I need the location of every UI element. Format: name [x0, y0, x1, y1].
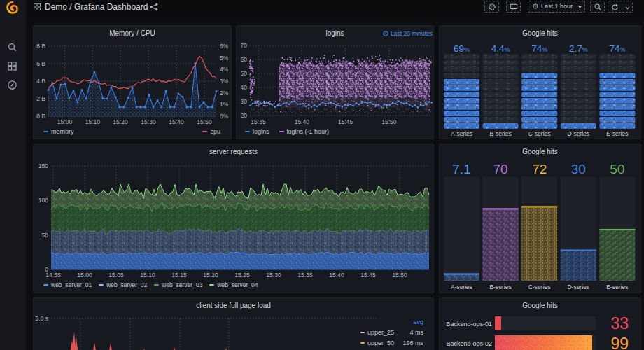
svg-text:74%: 74% [531, 43, 547, 54]
svg-text:30: 30 [571, 162, 586, 176]
svg-text:D-series: D-series [567, 130, 589, 137]
svg-text:1%: 1% [220, 101, 229, 108]
svg-text:15:35: 15:35 [298, 272, 313, 279]
svg-text:15:00: 15:00 [77, 272, 92, 279]
svg-text:50: 50 [241, 70, 248, 77]
svg-text:0 B: 0 B [36, 113, 46, 120]
svg-text:4%: 4% [220, 66, 229, 73]
svg-text:15:30: 15:30 [266, 272, 281, 279]
svg-text:15:50: 15:50 [392, 272, 407, 279]
svg-text:15:15: 15:15 [172, 272, 187, 279]
svg-text:15:05: 15:05 [108, 272, 124, 279]
svg-text:70: 70 [241, 42, 248, 49]
svg-text:2%: 2% [220, 90, 229, 97]
svg-text:4.4%: 4.4% [491, 43, 510, 54]
svg-text:2.7%: 2.7% [569, 43, 588, 54]
svg-text:6%: 6% [220, 43, 229, 50]
svg-text:B-series: B-series [490, 284, 512, 290]
svg-text:15:20: 15:20 [203, 272, 218, 279]
svg-text:15:45: 15:45 [360, 272, 376, 279]
svg-text:8 B: 8 B [36, 43, 46, 50]
svg-text:40: 40 [241, 84, 248, 91]
svg-text:60: 60 [241, 56, 248, 63]
svg-text:2 B: 2 B [36, 95, 46, 102]
svg-text:30: 30 [241, 98, 248, 105]
svg-text:E-series: E-series [606, 130, 628, 137]
svg-text:Backend-ops-01: Backend-ops-01 [446, 321, 492, 328]
svg-text:15:50: 15:50 [382, 118, 397, 125]
svg-text:50: 50 [610, 162, 624, 176]
svg-text:15:40: 15:40 [169, 118, 184, 125]
svg-text:5%: 5% [220, 55, 229, 62]
svg-text:15:40: 15:40 [329, 272, 344, 279]
svg-text:5.0 s: 5.0 s [36, 315, 48, 322]
svg-text:15:45: 15:45 [338, 118, 354, 125]
svg-text:14:55: 14:55 [46, 272, 61, 279]
svg-text:15:10: 15:10 [140, 272, 155, 279]
svg-text:150: 150 [38, 162, 48, 169]
svg-text:E-series: E-series [606, 284, 628, 290]
svg-text:C-series: C-series [528, 284, 551, 290]
svg-text:D-series: D-series [567, 284, 589, 290]
svg-text:15:00: 15:00 [57, 118, 73, 125]
svg-text:4 B: 4 B [36, 78, 46, 85]
svg-text:15:30: 15:30 [141, 118, 156, 125]
svg-text:Backend-ops-02: Backend-ops-02 [446, 340, 492, 347]
svg-text:50: 50 [42, 232, 49, 239]
svg-text:15:20: 15:20 [113, 118, 128, 125]
svg-text:15:50: 15:50 [197, 118, 212, 125]
svg-text:A-series: A-series [451, 284, 472, 290]
svg-text:0%: 0% [220, 113, 229, 120]
svg-text:20: 20 [241, 112, 248, 119]
svg-text:7.1: 7.1 [452, 162, 470, 176]
svg-text:74%: 74% [609, 43, 625, 54]
svg-text:15:25: 15:25 [234, 272, 250, 279]
svg-text:C-series: C-series [528, 130, 551, 137]
svg-text:15:35: 15:35 [251, 118, 266, 125]
svg-text:99: 99 [610, 335, 629, 350]
svg-text:69%: 69% [454, 43, 470, 54]
svg-text:B-series: B-series [490, 130, 512, 137]
svg-text:15:10: 15:10 [85, 118, 101, 125]
svg-text:3%: 3% [220, 78, 229, 85]
svg-text:72: 72 [532, 162, 547, 176]
svg-text:33: 33 [610, 314, 629, 332]
svg-text:6 B: 6 B [36, 60, 46, 67]
svg-text:15:40: 15:40 [295, 118, 310, 125]
svg-text:100: 100 [38, 197, 48, 204]
svg-text:70: 70 [493, 162, 508, 176]
svg-text:A-series: A-series [451, 130, 472, 137]
